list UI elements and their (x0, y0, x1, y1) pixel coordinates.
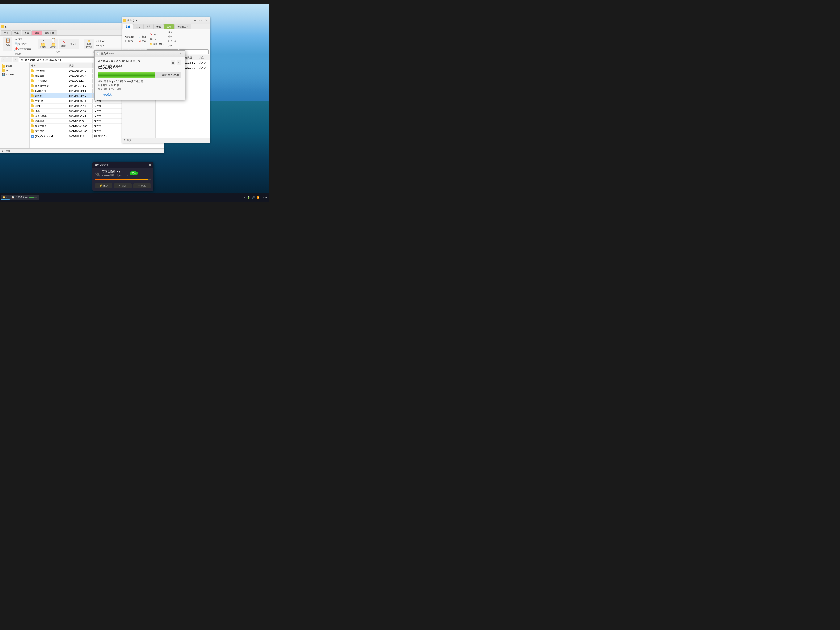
file-name-4: dacon耳机 (30, 88, 68, 93)
copy-to-icon: 📋📁 (51, 40, 56, 45)
tab-play-bg[interactable]: 播放 (32, 30, 42, 35)
ribbon-tabs-front: 文件 主页 共享 查看 管理 驱动器工具 (122, 24, 210, 29)
file-folder-icon-10 (31, 120, 34, 122)
dialog-main-info: 正在将 4 个项目从 si 复制到 U 盘 (E:) 已完成 69% (98, 59, 140, 72)
file-type-10: 文件夹 (93, 118, 109, 123)
widget-progress-fill (95, 179, 148, 180)
tab-drive-tools-front[interactable]: 驱动器工具 (174, 24, 191, 29)
dialog-details-btn[interactable]: ⌃ 简略信息 (98, 92, 114, 97)
col-header-date-bg: 日期 (68, 63, 93, 68)
tab-video-tools-bg[interactable]: 视频工具 (42, 30, 57, 35)
status-bar-bg: 1个项目 (0, 148, 164, 153)
paste-shortcut-button[interactable]: 📌 粘贴快捷方式 (13, 47, 33, 51)
taskbar-item-copy[interactable]: 📋 已完成 69% (10, 195, 39, 200)
copy-path-button[interactable]: 📄 复制路径 (13, 42, 33, 46)
file-date-2: 2022/2/2 12:23 (68, 79, 93, 83)
front-new-group: ✦新建项目 轻松访问 (123, 35, 136, 43)
maximize-button-front[interactable]: □ (198, 18, 203, 23)
tab-main-front[interactable]: 主页 (133, 24, 143, 29)
front-file-type-2: 文件夹 (198, 65, 210, 70)
move-to-button[interactable]: →📁 移动到 (38, 39, 48, 49)
dialog-cancel-btn[interactable]: ✕ (177, 60, 181, 65)
dialog-minimize-btn[interactable]: ─ (167, 51, 172, 56)
file-folder-icon-0 (31, 69, 34, 72)
file-date-10: 2022/1/8 16:00 (68, 119, 93, 123)
dialog-title-text: 已完成 69% (101, 52, 165, 55)
widget-scan-btn[interactable]: ⚡ 查杀 (95, 183, 112, 188)
forward-button-bg[interactable]: → (7, 57, 13, 62)
file-name-1: 赛绥智麦 (30, 73, 68, 78)
file-name-11: 新建文件夹 (30, 124, 68, 128)
front-history-btn[interactable]: 历史记录 (167, 39, 178, 43)
taskbar-item-si[interactable]: 📁 si (1, 195, 9, 200)
file-date-3: 2022/1/23 21:05 (68, 84, 93, 88)
front-new-folder-btn[interactable]: 📁 新建 文件夹 (148, 42, 166, 46)
rename-button[interactable]: ✏ 重命名 (68, 39, 79, 49)
taskbar-items: 📁 si 📋 已完成 69% (0, 195, 242, 200)
tab-view-front[interactable]: 查看 (154, 24, 164, 29)
file-name-6: 宇宙书包 (30, 98, 68, 103)
close-button-front[interactable]: ✕ (204, 18, 209, 23)
tab-file-front[interactable]: 文件 (123, 24, 133, 29)
file-folder-icon-8 (31, 110, 34, 112)
file-date-1: 2022/2/16 20:37 (68, 74, 93, 78)
title-text-front: U 盘 (E:) (127, 19, 191, 22)
front-reverse-btn[interactable]: 反向 (167, 43, 178, 48)
ribbon-content-front: ✦新建项目 轻松访问 ✓ 打开 📌 固定 ✕ 删除 (122, 29, 210, 49)
front-open-btn[interactable]: ✓ 打开 (137, 35, 148, 39)
file-date-13: 2022/2/16 21:31 (68, 134, 93, 138)
front-pin-btn[interactable]: 📌 固定 (137, 39, 148, 43)
front-easy-access-btn[interactable]: 轻松访问 (123, 39, 136, 43)
file-folder-icon-2 (31, 80, 34, 82)
tab-view-bg[interactable]: 查看 (22, 30, 32, 35)
wifi-icon[interactable]: 📶 (257, 196, 260, 199)
sidebar-item-ssd[interactable]: 💾 S-SSD ( (0, 72, 29, 76)
front-new-folder-icon: 📁 (150, 43, 152, 45)
front-edit-btn[interactable]: 编辑 (167, 35, 178, 39)
file-name-13: Z [iPlaySoft.com]AT... (30, 134, 68, 139)
system-tray-up-arrow[interactable]: ∧ (244, 196, 246, 199)
file-name-10: 街机盲盒 (30, 118, 68, 123)
sidebar-item-ve[interactable]: ve (0, 68, 29, 72)
up-button-bg[interactable]: ↑ (13, 57, 18, 62)
new-folder-button[interactable]: 📁 新建 文件夹 (84, 39, 94, 49)
dialog-pause-btn[interactable]: ⏸ (171, 60, 175, 65)
tab-share-bg[interactable]: 共享 (11, 30, 21, 35)
file-folder-icon-9 (31, 115, 34, 117)
minimize-button-front[interactable]: ─ (192, 18, 197, 23)
new-item-button[interactable]: ✦新建项目 (94, 39, 107, 43)
back-button-bg[interactable]: ← (2, 57, 6, 62)
file-type-13: 360压缩 ZIP 文件 (93, 134, 109, 139)
cut-button[interactable]: ✂ 剪切 (13, 37, 33, 41)
front-delete-btn[interactable]: ✕ 删除 (148, 32, 166, 37)
sidebar-item-cai[interactable]: 彩绘版 (0, 64, 29, 68)
tab-manage-front[interactable]: 管理 (164, 24, 174, 29)
file-folder-icon-1 (31, 74, 34, 77)
copy-to-button[interactable]: 📋📁 复制到 (48, 39, 58, 49)
front-new-item-btn[interactable]: ✦新建项目 (123, 35, 136, 39)
sidebar-folder-icon-cai (2, 65, 5, 68)
dialog-maximize-btn[interactable]: □ (172, 51, 178, 56)
taskbar-folder-icon-si: 📁 (3, 196, 5, 199)
sidebar-drive-icon: 💾 (2, 73, 5, 76)
volume-icon[interactable]: 🔊 (252, 196, 255, 199)
tab-share-front[interactable]: 共享 (144, 24, 153, 29)
easy-access-button[interactable]: 轻松访问 (94, 43, 107, 48)
file-type-8: 文件夹 (93, 109, 109, 114)
front-properties-btn[interactable]: 属性 (167, 30, 178, 35)
widget-360-body: 🔌 可移动磁盘(E:) 1.29GB可用，共29.71GB 安全 ⚡ 查杀 ↩ … (92, 168, 153, 191)
front-rename-btn[interactable]: 重命名 (148, 37, 166, 41)
file-date-4: 2022/1/18 22:53 (68, 89, 93, 93)
file-name-5: 视频类 (30, 93, 68, 98)
file-name-2: u100彩绘版 (30, 78, 68, 83)
tab-main-bg[interactable]: 主页 (1, 30, 11, 35)
delete-button[interactable]: ✕ 删除 (59, 39, 68, 49)
monitor-frame (0, 0, 269, 4)
taskbar-copy-icon: 📋 (12, 196, 15, 199)
widget-settings-btn[interactable]: ☰ 设置 (133, 183, 151, 188)
widget-360-close-btn[interactable]: ✕ (149, 163, 151, 167)
widget-restore-btn[interactable]: ↩ 恢复 (114, 183, 131, 188)
paste-button[interactable]: 📋 粘贴 (3, 37, 13, 51)
dialog-close-btn[interactable]: ✕ (178, 51, 183, 56)
paste-shortcut-icon: 📌 (14, 47, 17, 51)
